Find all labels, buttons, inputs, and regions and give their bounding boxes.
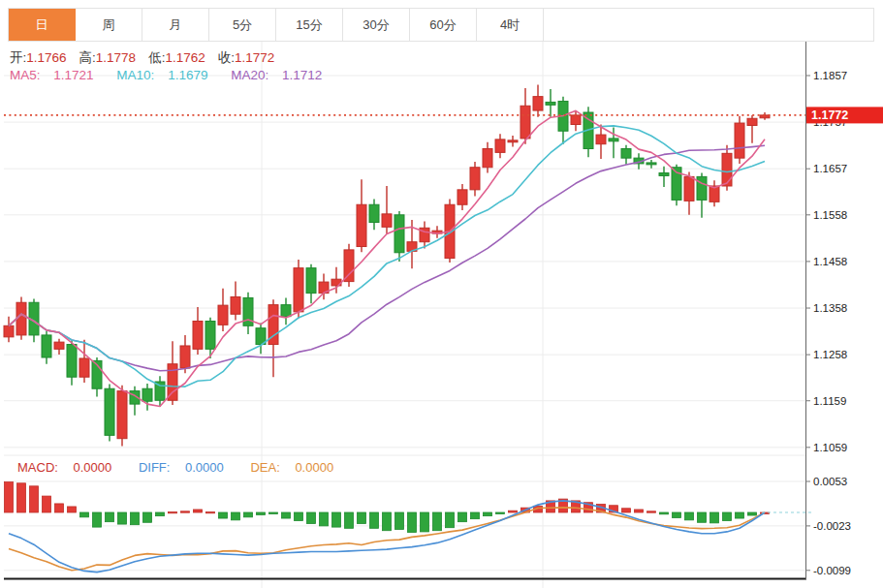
tab-15min[interactable]: 15分 bbox=[276, 9, 343, 41]
last-price-badge-text: 1.1772 bbox=[811, 108, 848, 122]
last-price-badge: 1.1772 bbox=[806, 107, 883, 123]
candle bbox=[735, 116, 744, 164]
axis-tick-label: 1.1657 bbox=[813, 163, 847, 174]
candle bbox=[672, 165, 681, 205]
tab-30min[interactable]: 30分 bbox=[343, 9, 410, 41]
axis-tick-label: -0.0099 bbox=[813, 565, 851, 576]
axis-tick-label: 1.1857 bbox=[813, 70, 847, 81]
kline-chart: 1.18571.17571.16571.15581.14581.13581.12… bbox=[0, 0, 883, 588]
tab-4hour[interactable]: 4时 bbox=[477, 9, 544, 41]
chart-plot-area[interactable] bbox=[4, 42, 805, 579]
macd-axis-labels: 0.0053-0.0023-0.0099 bbox=[805, 476, 851, 576]
candle bbox=[117, 386, 127, 447]
candle bbox=[105, 384, 114, 441]
tab-week[interactable]: 周 bbox=[76, 9, 142, 41]
price-axis-labels: 1.18571.17571.16571.15581.14581.13581.12… bbox=[805, 70, 847, 453]
axis-tick-label: 1.1258 bbox=[813, 349, 847, 360]
axis-tick-label: 1.1558 bbox=[813, 209, 847, 221]
axis-tick-label: 1.1358 bbox=[813, 302, 847, 314]
candle bbox=[344, 244, 354, 287]
axis-tick-label: 1.1458 bbox=[813, 256, 847, 267]
axis-tick-label: 0.0053 bbox=[813, 476, 847, 487]
axis-tick-label: 1.1159 bbox=[813, 395, 846, 407]
axis-tick-label: 1.1059 bbox=[813, 442, 847, 453]
tab-5min[interactable]: 5分 bbox=[209, 9, 276, 41]
tabbar-filler bbox=[544, 9, 873, 41]
axis-tick-label: -0.0023 bbox=[813, 520, 851, 532]
tab-60min[interactable]: 60分 bbox=[410, 9, 477, 41]
period-tabbar: 日 周 月 5分 15分 30分 60分 4时 bbox=[8, 8, 874, 42]
tab-day[interactable]: 日 bbox=[9, 9, 76, 41]
tab-month[interactable]: 月 bbox=[142, 9, 209, 41]
